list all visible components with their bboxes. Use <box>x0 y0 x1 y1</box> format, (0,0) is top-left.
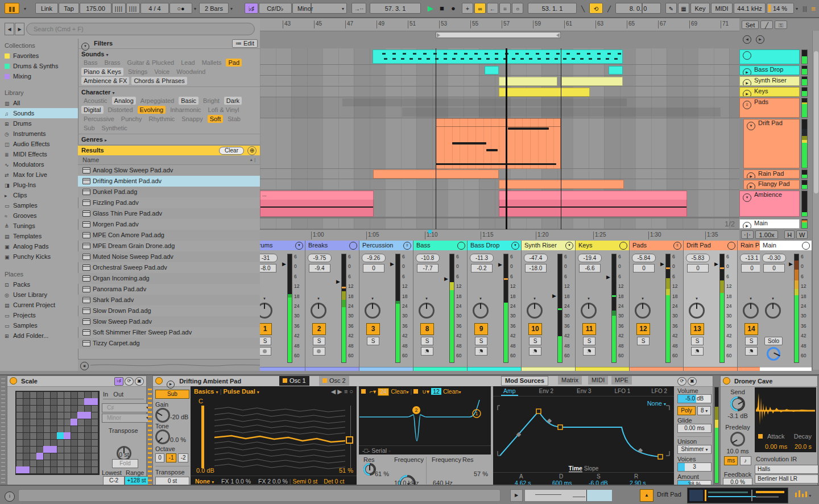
volume-handle[interactable]: ▶ <box>390 262 394 266</box>
tab-matrix[interactable]: Matrix <box>558 376 582 385</box>
result-row[interactable]: Panorama Pad.adv <box>78 284 260 295</box>
loop-play-button[interactable]: ▶ <box>510 489 523 502</box>
scale-grid-cell[interactable] <box>23 440 30 446</box>
solo-button[interactable]: S <box>583 337 595 345</box>
tab-osc1[interactable]: Osc 1 <box>279 376 309 386</box>
genres-filter-heading[interactable]: Genres ▸ <box>78 134 260 145</box>
wt-position-handle[interactable] <box>346 436 353 444</box>
track-fold-icon[interactable]: ▼ <box>295 242 303 250</box>
volume-field[interactable]: -9.4 <box>309 264 330 272</box>
filter-tag[interactable]: Pad <box>226 59 242 67</box>
arm-button[interactable] <box>421 347 433 356</box>
track-fold-icon[interactable]: ▼ <box>511 242 519 250</box>
clip-overview-minimap[interactable] <box>524 489 612 502</box>
scale-grid-cell[interactable] <box>64 467 71 473</box>
filter-tag[interactable]: Arpeggiated <box>138 97 176 105</box>
pan-knob[interactable] <box>365 303 380 319</box>
track-activator-button[interactable]: 2 <box>312 323 326 335</box>
filter-tag[interactable]: Analog <box>112 97 136 105</box>
scale-grid-cell[interactable] <box>92 406 98 412</box>
filter-tag[interactable]: Dark <box>224 97 242 105</box>
scale-grid-cell[interactable] <box>57 392 64 398</box>
scale-grid-active-cell[interactable] <box>50 446 57 453</box>
pencil-tool-icon[interactable]: ╱ <box>760 20 773 29</box>
scale-grid-cell[interactable] <box>64 440 71 446</box>
decay-value[interactable]: 20.0 s <box>795 443 812 450</box>
scale-grid-cell[interactable] <box>51 433 57 439</box>
draw-mode-button[interactable]: ⌗ <box>499 3 511 14</box>
filter2-circuit-menu[interactable]: Clean▾ <box>443 388 461 395</box>
follow-button[interactable]: →·· <box>351 3 366 14</box>
mixer-track-name[interactable]: Synth Riser ▼ <box>522 241 575 250</box>
library-item[interactable]: ◫Audio Effects <box>0 139 78 149</box>
scale-name-select[interactable]: Minor▾ <box>102 414 151 423</box>
scale-grid-cell[interactable] <box>23 419 30 425</box>
filter-tag[interactable]: Evolving <box>138 106 166 114</box>
computer-midi-keyboard-pencil-icon[interactable]: ✎ <box>665 3 677 14</box>
track-play-icon[interactable]: ▶ <box>743 222 751 229</box>
places-item[interactable]: ⊞Add Folder... <box>0 331 78 341</box>
scale-grid-active-cell[interactable] <box>23 466 30 473</box>
scale-grid-cell[interactable] <box>92 453 98 460</box>
scale-grid-cell[interactable] <box>16 399 23 405</box>
scale-grid-cell[interactable] <box>37 447 43 453</box>
scale-grid-cell[interactable] <box>30 392 36 398</box>
scale-grid-cell[interactable] <box>30 426 36 432</box>
preferences-logo-button[interactable] <box>5 3 19 14</box>
track-play-icon[interactable]: ▼ <box>743 193 751 202</box>
info-icon[interactable]: i <box>5 491 15 502</box>
track-fold-icon[interactable]: ≡ <box>673 242 681 250</box>
scale-grid-cell[interactable] <box>37 392 43 398</box>
scale-grid-cell[interactable] <box>85 426 91 432</box>
lowest-value[interactable]: C-2 <box>103 476 125 485</box>
filter-tag[interactable]: Bass <box>81 59 100 67</box>
arm-button[interactable] <box>475 347 487 356</box>
filter2-type-icon[interactable]: ∪▾ <box>422 388 429 395</box>
filter-tag[interactable]: Brass <box>102 59 122 67</box>
result-row[interactable]: Tizzy Carpet.adg <box>78 338 260 349</box>
scale-grid-cell[interactable] <box>23 460 30 466</box>
peak-level-display[interactable]: -5.84 <box>632 254 656 262</box>
pan-knob[interactable] <box>260 303 272 319</box>
tab-mod-sources[interactable]: Mod Sources <box>501 376 548 386</box>
new-midi-track-button[interactable]: + <box>462 3 473 14</box>
scale-grid-cell[interactable] <box>92 426 98 432</box>
logo-caret-icon[interactable]: ▾ <box>22 3 28 14</box>
track-play-icon[interactable] <box>743 51 751 60</box>
track-play-icon[interactable]: ▶ <box>743 90 751 97</box>
wt-position-value[interactable]: 51 % <box>339 467 353 474</box>
result-row[interactable]: Muted Noise Sweep Pad.adv <box>78 251 260 262</box>
volume-handle[interactable]: ▶ <box>282 262 286 266</box>
scale-badge-icon[interactable]: ♭♯ <box>114 377 123 386</box>
scale-grid-cell[interactable] <box>44 412 50 419</box>
volume-handle[interactable]: ▶ <box>714 262 718 266</box>
result-row[interactable]: Slow Drown Pad.adg <box>78 305 260 316</box>
quantize-caret-icon[interactable]: ▾ <box>229 3 234 14</box>
result-row[interactable]: Slow Sweep Pad.adv <box>78 316 260 327</box>
punch-out-icon[interactable]: ╱ <box>604 3 614 14</box>
filter1-circuit-menu[interactable]: Clean▾ <box>391 388 408 395</box>
device-on-led[interactable] <box>10 377 17 385</box>
device-on-led[interactable] <box>155 377 163 385</box>
solo-button[interactable]: Solo <box>764 337 783 345</box>
env-slope-tab[interactable]: Slope <box>584 465 599 472</box>
scale-grid-cell[interactable] <box>57 447 64 453</box>
play-button[interactable]: ▶ <box>425 3 436 14</box>
mixer-track-name[interactable]: Breaks <box>305 241 359 250</box>
zoom-forward-icon[interactable]: ▶ <box>756 35 764 44</box>
midi-note[interactable] <box>486 149 498 151</box>
osc-display-icons[interactable]: ◀ ▶ ≡ ○ <box>331 388 353 395</box>
scale-grid-cell[interactable] <box>78 433 84 439</box>
track-header[interactable]: ▶Rain Pad <box>743 170 800 179</box>
scale-name-menu[interactable]: Minor <box>292 3 347 14</box>
scale-grid-cell[interactable] <box>57 419 64 425</box>
glide-value[interactable]: 0.00 ms <box>677 424 712 433</box>
scale-grid-cell[interactable] <box>37 419 43 425</box>
scale-grid-cell[interactable] <box>64 453 71 460</box>
scale-root-select[interactable]: C♯▾ <box>102 403 151 412</box>
places-item[interactable]: ▤Current Project <box>0 300 78 310</box>
volume-handle[interactable]: ▶ <box>552 294 556 298</box>
scale-grid-cell[interactable] <box>30 419 36 425</box>
arrangement-position-field[interactable]: 57. 3. 1 <box>370 3 421 14</box>
gain-knob[interactable] <box>155 408 170 423</box>
